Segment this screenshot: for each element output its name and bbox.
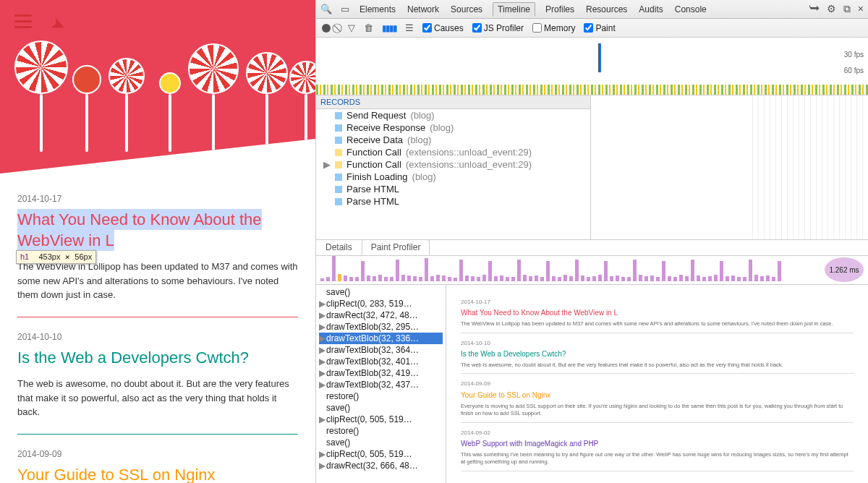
paint-profiler: 1.262 ms save()▶clipRect(0, 283, 519…▶dr… — [316, 256, 868, 483]
settings-icon[interactable]: ⚙ — [827, 3, 836, 15]
divider — [17, 434, 298, 435]
rendered-page: ➤ 2014-10-17 What You Need to Know About… — [0, 0, 315, 483]
paint-command[interactable]: restore() — [319, 425, 443, 437]
record-row[interactable]: Receive Data (blog) — [316, 134, 590, 146]
paint-command[interactable]: ▶drawTextBlob(32, 295… — [319, 321, 443, 333]
paint-command[interactable]: ▶drawRect(32, 666, 48… — [319, 460, 443, 471]
paint-command[interactable]: save() — [319, 402, 443, 414]
check-memory[interactable]: Memory — [532, 23, 575, 33]
drawer-icon[interactable]: ⮩ — [809, 3, 820, 15]
record-row[interactable]: Function Call (extensions::unload_event:… — [316, 146, 590, 158]
post-title[interactable]: Your Guide to SSL on Nginx — [17, 465, 298, 483]
candy-illustration — [0, 36, 315, 152]
record-row[interactable]: Send Request (blog) — [316, 109, 590, 121]
post-title[interactable]: Is the Web a Developers Cwtch? — [17, 348, 298, 369]
paint-command[interactable]: ▶drawTextBlob(32, 437… — [319, 379, 443, 390]
record-row[interactable]: Parse HTML — [316, 183, 590, 195]
record-button[interactable] — [322, 24, 331, 33]
paint-bar-chart[interactable]: 1.262 ms — [316, 256, 868, 285]
paint-command[interactable]: save() — [319, 286, 443, 298]
tab-resources[interactable]: Resources — [584, 2, 629, 17]
dock-icon[interactable]: ⧉ — [843, 3, 851, 15]
tab-sources[interactable]: Sources — [449, 2, 484, 17]
view-flame-icon[interactable]: ☰ — [405, 22, 414, 33]
subtab-details[interactable]: Details — [316, 239, 362, 255]
post-date: 2014-10-17 — [17, 194, 298, 204]
divider — [17, 317, 298, 317]
records-area: RECORDS Send Request (blog)Receive Respo… — [316, 95, 868, 240]
filter-icon[interactable]: ▽ — [348, 22, 355, 33]
fps-label: 30 fps — [844, 51, 864, 59]
record-row[interactable]: Parse HTML — [316, 195, 590, 208]
record-row[interactable]: Finish Loading (blog) — [316, 171, 590, 183]
tab-timeline[interactable]: Timeline — [493, 2, 535, 17]
record-row[interactable]: ▶Function Call (extensions::unload_event… — [316, 158, 590, 171]
search-icon[interactable]: 🔍 — [320, 4, 332, 14]
element-dimensions-tooltip: h1 453px × 56px — [16, 250, 96, 264]
close-icon[interactable]: × — [858, 3, 864, 15]
location-icon[interactable]: ➤ — [47, 12, 69, 37]
devtools-panel: 🔍 ▭ ElementsNetworkSourcesTimelineProfil… — [315, 0, 868, 483]
hero-banner: ➤ — [0, 0, 315, 174]
paint-command[interactable]: ▶clipRect(0, 505, 519… — [319, 448, 443, 460]
post-excerpt: The WebView in Lollipop has been updated… — [17, 260, 298, 302]
subtab-paint-profiler[interactable]: Paint Profiler — [362, 239, 430, 255]
paint-command-list[interactable]: save()▶clipRect(0, 283, 519…▶drawRect(32… — [316, 285, 446, 483]
device-icon[interactable]: ▭ — [341, 4, 349, 14]
check-causes[interactable]: Causes — [422, 23, 464, 33]
post-list: 2014-10-17 What You Need to Know About t… — [0, 174, 315, 483]
paint-command[interactable]: ▶clipRect(0, 505, 519… — [319, 414, 443, 425]
tab-profiles[interactable]: Profiles — [544, 2, 576, 17]
paint-command[interactable]: ▶drawTextBlob(32, 419… — [319, 367, 443, 379]
devtools-tabbar: 🔍 ▭ ElementsNetworkSourcesTimelineProfil… — [316, 0, 868, 19]
paint-preview: 2014-10-17What You Need to Know About th… — [446, 285, 868, 483]
detail-tabs: DetailsPaint Profiler — [316, 240, 868, 256]
paint-command[interactable]: ▶drawTextBlob(32, 401… — [319, 356, 443, 367]
paint-command[interactable]: restore() — [319, 390, 443, 402]
fps-label: 60 fps — [844, 67, 864, 74]
post-title[interactable]: What You Need to Know About the WebView … — [17, 209, 262, 251]
paint-command[interactable]: ▶drawTextBlob(32, 336… — [319, 333, 443, 344]
timeline-toolbar: ⃠ ▽ 🗑 ▮▮▮▮ ☰ Causes JS Profiler Memory P… — [316, 19, 868, 38]
paint-command[interactable]: ▶drawTextBlob(32, 364… — [319, 344, 443, 356]
post-date: 2014-09-09 — [17, 449, 298, 459]
check-paint[interactable]: Paint — [584, 23, 615, 33]
garbage-icon[interactable]: 🗑 — [364, 22, 373, 33]
record-row[interactable]: Receive Response (blog) — [316, 121, 590, 134]
paint-command[interactable]: ▶drawRect(32, 472, 48… — [319, 309, 443, 321]
post-excerpt: The web is awesome, no doubt about it. B… — [17, 377, 298, 419]
post-date: 2014-10-10 — [17, 332, 298, 342]
paint-command[interactable]: save() — [319, 437, 443, 448]
records-timeline[interactable] — [591, 95, 868, 239]
view-bars-icon[interactable]: ▮▮▮▮ — [382, 23, 396, 33]
records-header: RECORDS — [316, 95, 590, 109]
tab-console[interactable]: Console — [673, 2, 708, 17]
hamburger-icon[interactable] — [14, 14, 32, 28]
check-js-profiler[interactable]: JS Profiler — [472, 23, 524, 33]
paint-command[interactable]: ▶clipRect(0, 283, 519… — [319, 298, 443, 309]
tab-audits[interactable]: Audits — [637, 2, 664, 17]
tab-elements[interactable]: Elements — [358, 2, 397, 17]
timeline-overview[interactable]: 30 fps 60 fps — [316, 38, 868, 95]
selection-time-badge: 1.262 ms — [825, 257, 864, 282]
tab-network[interactable]: Network — [406, 2, 441, 17]
